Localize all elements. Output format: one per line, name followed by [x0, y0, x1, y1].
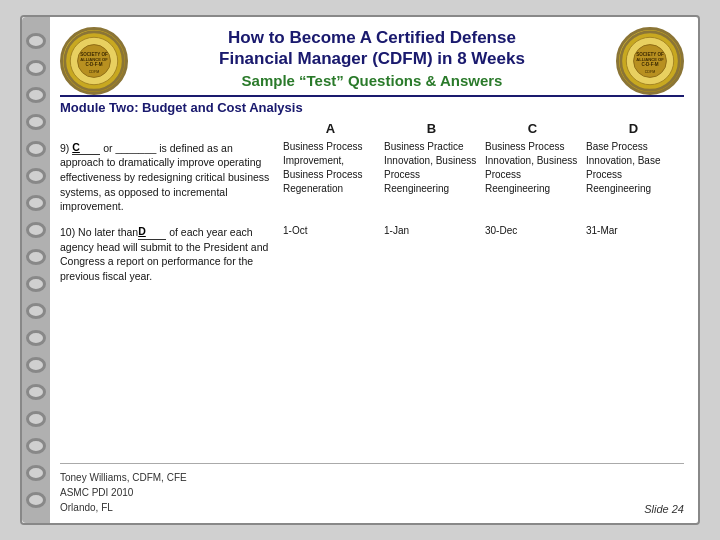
- spiral-loop: [26, 195, 46, 211]
- q9-answer-c: Business Process Innovation, Business Pr…: [482, 140, 583, 196]
- svg-text:CDFM: CDFM: [89, 70, 99, 74]
- spiral-loop: [26, 492, 46, 508]
- spiral-loop: [26, 60, 46, 76]
- q9-answer-a: Business Process Improvement, Business P…: [280, 140, 381, 196]
- spiral-loop: [26, 222, 46, 238]
- svg-text:C·D·F·M: C·D·F·M: [642, 62, 659, 67]
- footer-slide: Slide 24: [644, 503, 684, 515]
- q10-blank: D: [138, 224, 166, 240]
- spiral-loop: [26, 33, 46, 49]
- footer: Toney Williams, CDFM, CFE ASMC PDI 2010 …: [60, 463, 684, 515]
- footer-left: Toney Williams, CDFM, CFE ASMC PDI 2010 …: [60, 470, 187, 515]
- question-10-row: 10) No later thanD of each year each age…: [60, 224, 684, 284]
- q10-answer: D: [138, 225, 146, 237]
- footer-location: Orlando, FL: [60, 500, 187, 515]
- header-text: How to Become A Certified Defense Financ…: [139, 27, 605, 89]
- logo-right: SOCIETY OF ALLIANCE OF C·D·F·M CDFM: [616, 27, 684, 95]
- svg-text:ALLIANCE OF: ALLIANCE OF: [80, 57, 108, 62]
- q10-answer-a: 1-Oct: [280, 224, 381, 238]
- module-title: Module Two: Budget and Cost Analysis: [60, 100, 684, 115]
- footer-name: Toney Williams, CDFM, CFE: [60, 470, 187, 485]
- col-b-label: B: [381, 121, 482, 136]
- q10-answer-d: 31-Mar: [583, 224, 684, 238]
- col-d-label: D: [583, 121, 684, 136]
- title-line1: How to Become A Certified Defense Financ…: [219, 27, 525, 70]
- q9-blank1: C: [72, 140, 100, 156]
- q9-answer-b: Business Practice Innovation, Business P…: [381, 140, 482, 196]
- question-9-text: 9) C or _______ is defined as an approac…: [60, 140, 280, 214]
- svg-text:SOCIETY OF: SOCIETY OF: [80, 52, 108, 57]
- question-9-block: 9) C or _______ is defined as an approac…: [60, 140, 684, 214]
- spiral-loop: [26, 384, 46, 400]
- page-container: SOCIETY OF ALLIANCE OF C·D·F·M CDFM SOCI…: [20, 15, 700, 525]
- header: SOCIETY OF ALLIANCE OF C·D·F·M CDFM SOCI…: [60, 27, 684, 89]
- spiral-loop: [26, 87, 46, 103]
- spiral-loop: [26, 357, 46, 373]
- svg-text:SOCIETY OF: SOCIETY OF: [636, 52, 664, 57]
- col-c-label: C: [482, 121, 583, 136]
- q10-answer-b: 1-Jan: [381, 224, 482, 238]
- question-10-text: 10) No later thanD of each year each age…: [60, 224, 280, 284]
- subtitle: Sample “Test” Questions & Answers: [219, 72, 525, 89]
- q9-answer: C: [72, 141, 80, 153]
- spiral-loop: [26, 465, 46, 481]
- spiral-loop: [26, 276, 46, 292]
- svg-text:ALLIANCE OF: ALLIANCE OF: [636, 57, 664, 62]
- svg-text:C·D·F·M: C·D·F·M: [86, 62, 103, 67]
- header-divider: [60, 95, 684, 97]
- columns-header: A B C D: [60, 121, 684, 136]
- footer-org: ASMC PDI 2010: [60, 485, 187, 500]
- q9-answer-d: Base Process Innovation, Base Process Re…: [583, 140, 684, 196]
- q10-answer-c: 30-Dec: [482, 224, 583, 238]
- spiral-loop: [26, 141, 46, 157]
- spiral-loop: [26, 249, 46, 265]
- question-10-block: 10) No later thanD of each year each age…: [60, 224, 684, 284]
- spiral-loop: [26, 411, 46, 427]
- logo-left: SOCIETY OF ALLIANCE OF C·D·F·M CDFM: [60, 27, 128, 95]
- spiral-loop: [26, 330, 46, 346]
- content-area: SOCIETY OF ALLIANCE OF C·D·F·M CDFM SOCI…: [50, 17, 698, 523]
- col-a-label: A: [280, 121, 381, 136]
- col-blank: [60, 121, 280, 136]
- spiral-loop: [26, 114, 46, 130]
- spiral-loop: [26, 168, 46, 184]
- spiral-loop: [26, 303, 46, 319]
- question-9-row: 9) C or _______ is defined as an approac…: [60, 140, 684, 214]
- spiral-loop: [26, 438, 46, 454]
- svg-text:CDFM: CDFM: [645, 70, 655, 74]
- spiral-binding: [22, 17, 50, 523]
